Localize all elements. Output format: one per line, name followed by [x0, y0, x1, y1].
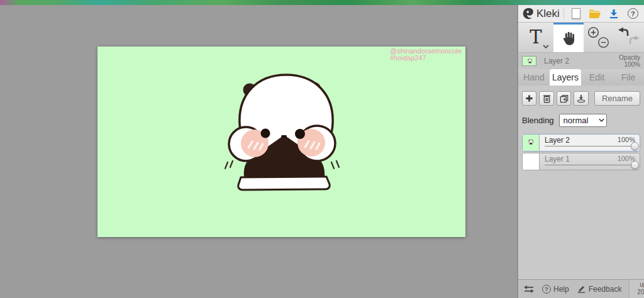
tab-file[interactable]: File	[613, 69, 644, 86]
chevron-down-icon	[543, 45, 549, 48]
kleki-app: @shinandoraemoncute #hoidap247 Kleki	[0, 0, 644, 298]
layer-list: Layer 2 100% Layer 1	[522, 134, 640, 170]
help-glyph: ?	[631, 10, 635, 18]
history-tools	[613, 23, 644, 52]
app-logo: Kleki	[522, 7, 560, 20]
rename-label: Rename	[602, 94, 633, 103]
active-layer-thumbnail	[522, 56, 536, 66]
layer1-main: Layer 1 100%	[540, 153, 640, 170]
help-link[interactable]: ? Help	[542, 285, 569, 294]
tab-layers-label: Layers	[552, 72, 579, 82]
feedback-label: Feedback	[589, 285, 622, 294]
swap-arrows-icon	[523, 285, 535, 294]
header-divider	[564, 8, 564, 20]
trash-icon	[543, 94, 551, 103]
zoom-out-button[interactable]	[597, 36, 609, 48]
app-title: Kleki	[536, 8, 560, 20]
active-layer-name: Layer 2	[544, 57, 619, 65]
drawing-canvas[interactable]: @shinandoraemoncute #hoidap247	[97, 47, 465, 237]
blending-select-wrap: normal	[559, 114, 607, 127]
folder-icon	[589, 9, 601, 19]
tab-edit-label: Edit	[589, 72, 604, 82]
help-icon-small: ?	[542, 285, 551, 294]
duplicate-layer-button[interactable]	[557, 91, 571, 106]
updated-date: 2021-06-16	[634, 289, 644, 298]
hand-tool-button[interactable]	[553, 23, 584, 52]
layer2-thumbnail	[523, 135, 540, 151]
blending-label: Blending	[522, 116, 554, 125]
layer-actions: Rename	[522, 91, 640, 106]
tool-row: T	[518, 23, 644, 53]
help-button[interactable]: ?	[626, 6, 640, 21]
tab-hand[interactable]: Hand	[518, 69, 550, 86]
active-layer-info: Layer 2 Opacity 100%	[518, 53, 644, 69]
zoom-tools	[584, 23, 613, 52]
save-download-button[interactable]	[607, 6, 621, 21]
blending-select[interactable]: normal	[559, 114, 607, 127]
help-label: Help	[553, 285, 569, 294]
help-icon: ?	[628, 8, 638, 19]
new-document-icon	[572, 8, 580, 19]
opacity-label: Opacity	[619, 54, 640, 61]
layer1-slider-knob[interactable]	[631, 161, 639, 169]
text-tool-glyph: T	[530, 28, 541, 47]
watermark: @shinandoraemoncute #hoidap247	[390, 48, 462, 62]
layer2-name: Layer 2	[545, 136, 570, 145]
sidebar: Kleki	[517, 5, 644, 298]
sidebar-tabs: Hand Layers Edit File	[518, 69, 644, 86]
layer2-thumb-doodle	[523, 135, 539, 151]
download-icon	[609, 9, 619, 19]
tab-edit[interactable]: Edit	[581, 69, 613, 86]
tab-file-label: File	[621, 72, 636, 82]
tab-hand-label: Hand	[523, 72, 544, 82]
layer1-opacity-slider[interactable]	[545, 165, 635, 165]
workspace: @shinandoraemoncute #hoidap247	[0, 5, 517, 298]
help-glyph-small: ?	[545, 286, 548, 292]
plus-icon	[525, 94, 533, 102]
open-file-button[interactable]	[588, 6, 602, 21]
layer2-opacity-slider[interactable]	[545, 146, 635, 146]
layers-panel: Rename Blending normal	[518, 86, 644, 279]
text-tool-button[interactable]: T	[518, 23, 553, 52]
layer-thumb-doodle	[523, 57, 536, 66]
layer2-main: Layer 2 100%	[540, 135, 640, 151]
hand-icon	[560, 30, 577, 47]
updated-info: updated 2021-06-16	[629, 280, 644, 298]
layer1-name: Layer 1	[545, 155, 570, 163]
layer-row-layer1[interactable]: Layer 1 100%	[522, 153, 640, 170]
feedback-pencil-icon	[577, 285, 586, 293]
rename-layer-button[interactable]: Rename	[594, 91, 640, 106]
swap-ui-button[interactable]	[523, 285, 535, 294]
new-image-button[interactable]	[569, 6, 584, 21]
layer-row-layer2[interactable]: Layer 2 100%	[522, 134, 640, 152]
undo-button[interactable]	[618, 27, 629, 37]
sidebar-statusbar: ? Help Feedback updated 2021-06-16	[518, 279, 644, 298]
sidebar-header: Kleki	[518, 5, 644, 23]
feedback-link[interactable]: Feedback	[577, 285, 622, 294]
browser-theme-strip	[0, 0, 644, 5]
redo-button[interactable]	[629, 35, 640, 45]
opacity-value: 100%	[619, 61, 640, 68]
content: @shinandoraemoncute #hoidap247 Kleki	[0, 5, 644, 298]
merge-layer-button[interactable]	[574, 91, 588, 106]
updated-label: updated	[634, 281, 644, 289]
merge-down-icon	[577, 94, 586, 103]
watermark-tag: #hoidap247	[390, 55, 462, 62]
layer2-slider-knob[interactable]	[631, 142, 639, 150]
add-layer-button[interactable]	[522, 91, 536, 106]
blending-row: Blending normal	[522, 114, 640, 127]
opacity-readout: Opacity 100%	[619, 54, 640, 68]
layer1-thumbnail	[523, 153, 540, 170]
tab-layers[interactable]: Layers	[550, 69, 581, 86]
delete-layer-button[interactable]	[539, 91, 553, 106]
duplicate-icon	[560, 94, 569, 103]
kleki-logo-icon	[522, 7, 535, 20]
panda-drawing	[97, 47, 465, 237]
